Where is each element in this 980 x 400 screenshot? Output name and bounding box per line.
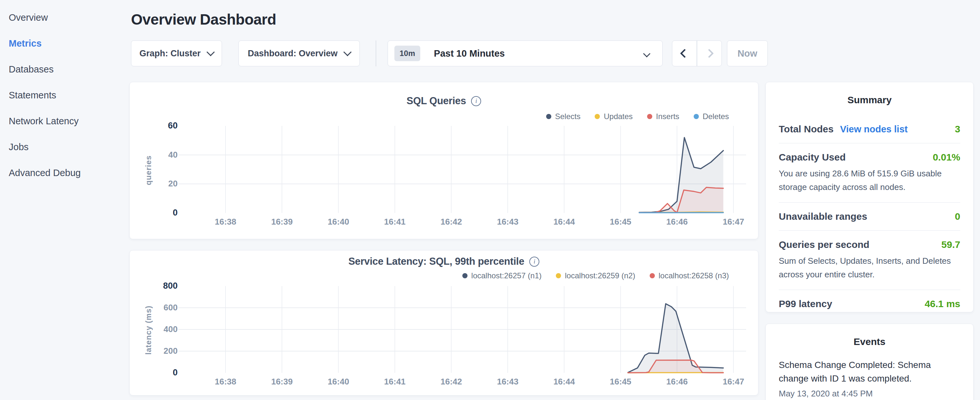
sidebar-item-statements[interactable]: Statements — [9, 82, 129, 108]
y-tick-label: 0 — [136, 208, 178, 218]
time-range-dropdown[interactable]: 10m Past 10 Minutes — [388, 40, 663, 66]
service-latency-chart: Service Latency: SQL, 99th percentilei l… — [129, 250, 758, 395]
legend-label: localhost:26258 (n3) — [659, 271, 729, 280]
info-icon[interactable]: i — [471, 96, 481, 106]
time-back-button[interactable] — [672, 41, 697, 66]
chevron-down-icon — [643, 50, 651, 57]
x-tick-label: 16:39 — [259, 217, 304, 227]
summary-row-total-nodes: Total Nodes View nodes list 3 — [779, 115, 960, 143]
graph-dropdown-label: Graph: Cluster — [140, 49, 200, 59]
summary-row-queries-per-second: Queries per second 59.7 Sum of Selects, … — [779, 231, 960, 290]
chevron-down-icon — [207, 48, 215, 56]
summary-panel: Summary Total Nodes View nodes list 3 Ca… — [765, 82, 974, 312]
time-forward-button[interactable] — [697, 41, 721, 66]
series-dot-icon — [694, 114, 699, 119]
legend-label: Deletes — [703, 112, 729, 121]
info-icon[interactable]: i — [529, 257, 539, 267]
summary-label: Queries per second — [779, 239, 869, 250]
y-tick-label: 0 — [136, 368, 178, 378]
x-tick-label: 16:42 — [429, 217, 474, 227]
summary-label: Capacity Used — [779, 152, 846, 163]
legend-item[interactable]: Inserts — [647, 112, 679, 121]
summary-label: Unavailable ranges — [779, 211, 867, 222]
summary-label: Total Nodes — [779, 124, 834, 135]
legend-label: Selects — [555, 112, 581, 121]
chart-legend: Selects Updates Inserts Deletes — [546, 112, 729, 121]
legend-label: Updates — [604, 112, 633, 121]
summary-value: 46.1 ms — [925, 298, 960, 309]
summary-value: 3 — [955, 124, 960, 135]
x-tick-label: 16:41 — [372, 377, 417, 387]
y-tick-label: 60 — [136, 121, 178, 131]
legend-item[interactable]: Updates — [595, 112, 633, 121]
series-dot-icon — [546, 114, 551, 119]
x-tick-label: 16:40 — [316, 377, 361, 387]
events-title: Events — [766, 324, 973, 347]
dashboard-dropdown-label: Dashboard: Overview — [248, 49, 338, 59]
y-tick-label: 200 — [136, 346, 178, 356]
x-tick-label: 16:41 — [372, 217, 417, 227]
sidebar-item-advanced-debug[interactable]: Advanced Debug — [9, 160, 129, 186]
series-dot-icon — [650, 273, 655, 278]
x-tick-label: 16:46 — [654, 377, 700, 387]
x-tick-label: 16:46 — [654, 217, 700, 227]
now-button[interactable]: Now — [727, 40, 768, 66]
y-tick-label: 20 — [136, 178, 178, 189]
x-tick-label: 16:45 — [598, 217, 643, 227]
x-tick-label: 16:39 — [259, 377, 304, 387]
x-tick-label: 16:45 — [598, 377, 643, 387]
x-tick-label: 16:40 — [316, 217, 361, 227]
series-dot-icon — [462, 273, 468, 278]
view-nodes-list-link[interactable]: View nodes list — [840, 124, 908, 135]
event-text: Schema Change Completed: Schema change w… — [779, 358, 960, 386]
legend-label: localhost:26257 (n1) — [471, 271, 542, 280]
chevron-left-icon — [680, 49, 689, 58]
dashboard-dropdown[interactable]: Dashboard: Overview — [239, 40, 360, 66]
summary-value: 0.01% — [933, 152, 960, 163]
time-range-badge: 10m — [395, 46, 420, 61]
summary-row-capacity-used: Capacity Used 0.01% You are using 28.6 M… — [779, 143, 960, 202]
y-tick-label: 800 — [136, 281, 178, 291]
summary-title: Summary — [766, 82, 973, 105]
header-divider — [375, 40, 376, 66]
x-tick-label: 16:38 — [203, 217, 248, 227]
legend-item[interactable]: localhost:26259 (n2) — [556, 271, 635, 280]
summary-value: 59.7 — [942, 239, 960, 250]
events-panel: Events Schema Change Completed: Schema c… — [765, 324, 974, 400]
y-tick-label: 600 — [136, 303, 178, 312]
legend-item[interactable]: localhost:26257 (n1) — [462, 271, 542, 280]
x-tick-label: 16:44 — [542, 377, 587, 387]
legend-item[interactable]: localhost:26258 (n3) — [650, 271, 729, 280]
x-tick-label: 16:43 — [485, 377, 530, 387]
event-timestamp: May 13, 2020 at 4:45 PM — [779, 389, 960, 399]
summary-description: You are using 28.6 MiB of 515.9 GiB usab… — [779, 167, 960, 194]
series-dot-icon — [647, 114, 652, 119]
graph-dropdown[interactable]: Graph: Cluster — [131, 40, 222, 66]
controls-bar: Graph: Cluster Dashboard: Overview 10m P… — [0, 40, 980, 66]
sql-queries-chart: SQL Queriesi Selects Updates Inserts Del… — [129, 82, 758, 239]
summary-label: P99 latency — [779, 298, 832, 309]
legend-label: Inserts — [656, 112, 679, 121]
sidebar-item-jobs[interactable]: Jobs — [9, 134, 129, 160]
legend-item[interactable]: Selects — [546, 112, 581, 121]
y-tick-label: 400 — [136, 324, 178, 334]
series-dot-icon — [556, 273, 561, 278]
x-tick-label: 16:38 — [203, 377, 248, 387]
summary-row-p99-latency: P99 latency 46.1 ms — [779, 290, 960, 318]
legend-label: localhost:26259 (n2) — [565, 271, 635, 280]
x-tick-label: 16:44 — [542, 217, 587, 227]
x-tick-label: 16:43 — [485, 217, 530, 227]
y-tick-label: 40 — [136, 150, 178, 160]
x-tick-label: 16:42 — [429, 377, 474, 387]
series-dot-icon — [595, 114, 600, 119]
summary-value: 0 — [955, 211, 960, 222]
sidebar-item-overview[interactable]: Overview — [9, 5, 129, 30]
sidebar-item-network-latency[interactable]: Network Latency — [9, 108, 129, 134]
x-tick-label: 16:47 — [711, 377, 756, 387]
event-list-item[interactable]: Schema Change Completed: Schema change w… — [766, 347, 973, 399]
summary-row-unavailable-ranges: Unavailable ranges 0 — [779, 202, 960, 231]
chart-title: SQL Queries — [407, 95, 466, 107]
time-range-label: Past 10 Minutes — [434, 48, 505, 59]
legend-item[interactable]: Deletes — [694, 112, 729, 121]
time-step-buttons — [672, 40, 722, 66]
